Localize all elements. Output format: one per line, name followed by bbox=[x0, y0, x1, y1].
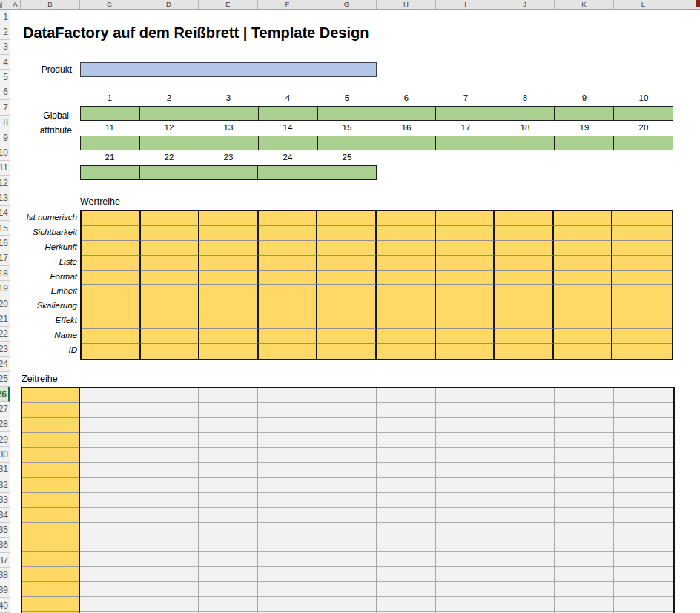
wertreihe-cell[interactable] bbox=[495, 226, 554, 241]
zeitreihe-cell[interactable] bbox=[139, 478, 199, 493]
row-header-4[interactable]: 4 bbox=[0, 55, 10, 70]
wertreihe-cell[interactable] bbox=[436, 241, 495, 256]
attribute-cell-21[interactable] bbox=[81, 166, 140, 179]
row-header-14[interactable]: 14 bbox=[0, 206, 10, 221]
zeitreihe-cell[interactable] bbox=[495, 552, 555, 567]
wertreihe-cell[interactable] bbox=[554, 329, 613, 344]
wertreihe-cell[interactable] bbox=[495, 314, 554, 329]
zeitreihe-cell[interactable] bbox=[199, 418, 258, 433]
wertreihe-cell[interactable] bbox=[377, 271, 436, 285]
zeitreihe-cell[interactable] bbox=[317, 537, 377, 552]
zeitreihe-cell[interactable] bbox=[199, 403, 258, 418]
zeitreihe-date-cell[interactable] bbox=[22, 508, 80, 523]
row-header-23[interactable]: 23 bbox=[0, 342, 10, 357]
wertreihe-cell[interactable] bbox=[554, 211, 613, 226]
zeitreihe-cell[interactable] bbox=[436, 508, 495, 523]
zeitreihe-cell[interactable] bbox=[258, 597, 317, 612]
wertreihe-cell[interactable] bbox=[436, 226, 495, 241]
zeitreihe-cell[interactable] bbox=[377, 463, 436, 477]
zeitreihe-cell[interactable] bbox=[614, 493, 673, 508]
wertreihe-cell[interactable] bbox=[141, 211, 200, 226]
column-header-E[interactable]: E bbox=[199, 0, 258, 9]
wertreihe-cell[interactable] bbox=[199, 211, 259, 226]
attribute-cell-13[interactable] bbox=[199, 136, 259, 150]
attribute-cell-25[interactable] bbox=[317, 166, 376, 179]
attribute-cell-12[interactable] bbox=[140, 136, 199, 150]
row-header-11[interactable]: 11 bbox=[0, 161, 10, 176]
wertreihe-cell[interactable] bbox=[495, 271, 554, 285]
attribute-cell-6[interactable] bbox=[377, 107, 437, 120]
wertreihe-cell[interactable] bbox=[82, 344, 141, 359]
zeitreihe-date-cell[interactable] bbox=[22, 493, 80, 508]
zeitreihe-cell[interactable] bbox=[555, 582, 614, 597]
zeitreihe-cell[interactable] bbox=[80, 448, 139, 463]
wertreihe-cell[interactable] bbox=[317, 226, 377, 241]
zeitreihe-cell[interactable] bbox=[258, 463, 317, 477]
row-header-9[interactable]: 9 bbox=[0, 130, 10, 145]
row-header-21[interactable]: 21 bbox=[0, 311, 10, 326]
zeitreihe-cell[interactable] bbox=[436, 433, 495, 448]
attribute-cell-11[interactable] bbox=[81, 136, 140, 150]
wertreihe-cell[interactable] bbox=[377, 211, 436, 226]
zeitreihe-cell[interactable] bbox=[614, 508, 673, 523]
attribute-cell-17[interactable] bbox=[436, 136, 495, 150]
zeitreihe-cell[interactable] bbox=[317, 493, 377, 508]
zeitreihe-date-cell[interactable] bbox=[22, 478, 80, 493]
zeitreihe-cell[interactable] bbox=[258, 418, 317, 433]
wertreihe-cell[interactable] bbox=[82, 271, 141, 285]
zeitreihe-cell[interactable] bbox=[555, 448, 614, 463]
attribute-cell-8[interactable] bbox=[495, 107, 555, 120]
zeitreihe-cell[interactable] bbox=[436, 537, 495, 552]
zeitreihe-cell[interactable] bbox=[258, 388, 317, 403]
zeitreihe-cell[interactable] bbox=[258, 478, 317, 493]
zeitreihe-date-cell[interactable] bbox=[22, 567, 80, 582]
zeitreihe-cell[interactable] bbox=[555, 418, 614, 433]
zeitreihe-cell[interactable] bbox=[436, 552, 495, 567]
zeitreihe-cell[interactable] bbox=[377, 582, 436, 597]
wertreihe-cell[interactable] bbox=[141, 285, 200, 299]
zeitreihe-cell[interactable] bbox=[139, 433, 199, 448]
zeitreihe-cell[interactable] bbox=[317, 523, 377, 537]
wertreihe-cell[interactable] bbox=[199, 241, 259, 256]
produkt-input[interactable] bbox=[80, 62, 377, 77]
zeitreihe-date-cell[interactable] bbox=[22, 448, 80, 463]
zeitreihe-cell[interactable] bbox=[139, 523, 199, 537]
zeitreihe-cell[interactable] bbox=[258, 552, 317, 567]
wertreihe-cell[interactable] bbox=[141, 329, 200, 344]
wertreihe-cell[interactable] bbox=[377, 226, 436, 241]
attribute-cell-10[interactable] bbox=[614, 107, 673, 120]
attribute-cell-3[interactable] bbox=[199, 107, 259, 120]
zeitreihe-cell[interactable] bbox=[139, 567, 199, 582]
column-header-K[interactable]: K bbox=[555, 0, 614, 9]
row-header-13[interactable]: 13 bbox=[0, 190, 10, 205]
attribute-cell-19[interactable] bbox=[555, 136, 614, 150]
zeitreihe-date-cell[interactable] bbox=[22, 523, 80, 537]
zeitreihe-cell[interactable] bbox=[80, 508, 139, 523]
row-header-7[interactable]: 7 bbox=[0, 100, 10, 115]
row-header-20[interactable]: 20 bbox=[0, 296, 10, 311]
zeitreihe-cell[interactable] bbox=[317, 478, 377, 493]
zeitreihe-cell[interactable] bbox=[258, 493, 317, 508]
wertreihe-cell[interactable] bbox=[436, 271, 495, 285]
zeitreihe-date-cell[interactable] bbox=[22, 582, 80, 597]
wertreihe-cell[interactable] bbox=[612, 285, 672, 299]
wertreihe-cell[interactable] bbox=[259, 314, 318, 329]
wertreihe-cell[interactable] bbox=[612, 271, 672, 285]
zeitreihe-cell[interactable] bbox=[80, 597, 139, 612]
wertreihe-cell[interactable] bbox=[495, 256, 554, 271]
wertreihe-cell[interactable] bbox=[554, 299, 613, 314]
zeitreihe-cell[interactable] bbox=[555, 523, 614, 537]
row-header-30[interactable]: 30 bbox=[0, 447, 10, 462]
wertreihe-cell[interactable] bbox=[436, 344, 495, 359]
wertreihe-cell[interactable] bbox=[259, 211, 318, 226]
zeitreihe-cell[interactable] bbox=[614, 582, 673, 597]
zeitreihe-cell[interactable] bbox=[436, 403, 495, 418]
zeitreihe-cell[interactable] bbox=[377, 418, 436, 433]
attribute-cell-15[interactable] bbox=[318, 136, 377, 150]
zeitreihe-cell[interactable] bbox=[317, 448, 377, 463]
wertreihe-cell[interactable] bbox=[612, 329, 672, 344]
zeitreihe-cell[interactable] bbox=[80, 493, 139, 508]
zeitreihe-cell[interactable] bbox=[614, 448, 673, 463]
zeitreihe-cell[interactable] bbox=[377, 537, 436, 552]
row-header-36[interactable]: 36 bbox=[0, 538, 10, 553]
